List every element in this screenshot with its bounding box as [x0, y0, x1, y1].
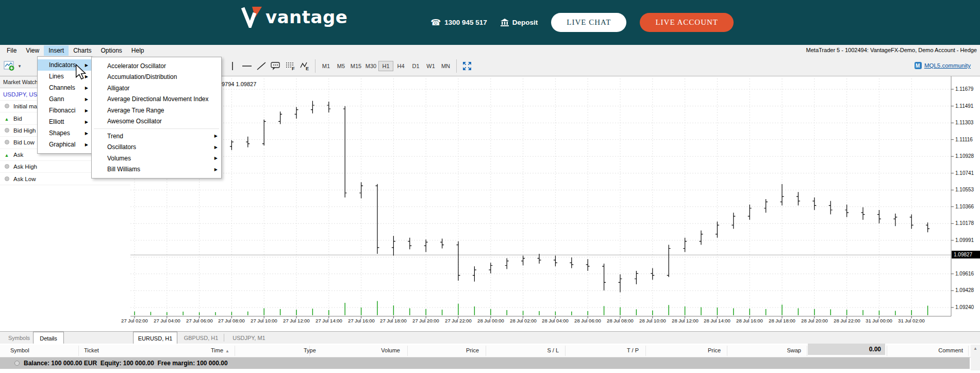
field-dot-icon [0, 164, 13, 170]
column-header-swap[interactable]: Swap [787, 347, 801, 353]
timeframe-w1-button[interactable]: W1 [423, 61, 438, 71]
trade-panel-scrollbar[interactable]: ▲ [971, 345, 980, 370]
menubar-item-insert[interactable]: Insert [44, 45, 69, 56]
insert-menu-item-gann[interactable]: Gann▶ [38, 93, 92, 105]
time-axis-label: 28 Jul 16:00 [736, 318, 763, 323]
column-separator [78, 346, 79, 356]
insert-menu-item-shapes[interactable]: Shapes▶ [38, 127, 92, 139]
menubar-item-options[interactable]: Options [96, 45, 127, 56]
timeframe-m1-button[interactable]: M1 [319, 61, 334, 71]
time-axis-label: 28 Jul 18:00 [769, 318, 795, 323]
insert-menu-item-fibonacci[interactable]: Fibonacci▶ [38, 105, 92, 116]
vertical-line-icon[interactable] [225, 60, 240, 72]
price-axis-label: 1.09428 [955, 287, 974, 293]
column-header-symbol[interactable]: Symbol [10, 347, 29, 353]
column-header-volume[interactable]: Volume [381, 347, 400, 353]
submenu-arrow-icon: ▶ [85, 131, 88, 136]
chart-tab-eurusd-h1[interactable]: EURUSD, H1 [133, 332, 177, 344]
deposit-link[interactable]: Deposit [501, 19, 538, 26]
market-watch-tab-details[interactable]: Details [33, 332, 64, 344]
insert-menu-item-channels[interactable]: Channels▶ [38, 82, 92, 93]
text-label-icon[interactable] [269, 60, 283, 72]
timeframe-mn-button[interactable]: MN [438, 61, 453, 71]
submenu-arrow-icon: ▶ [85, 120, 88, 124]
insert-menu-item-elliott[interactable]: Elliott▶ [38, 116, 92, 127]
market-watch-row-label: Bid High [13, 127, 36, 134]
indicator-menu-item-average-directional-movement-index[interactable]: Average Directional Movement Index [92, 94, 221, 105]
time-axis-label: 31 Jul 00:00 [866, 318, 892, 323]
chart-tab-gbpusd-h1[interactable]: GBPUSD, H1 [181, 332, 221, 344]
timeframe-h4-button[interactable]: H4 [393, 61, 408, 71]
timeframe-m5-button[interactable]: M5 [334, 61, 348, 71]
column-header-comment[interactable]: Comment [938, 347, 963, 353]
column-header-price-8[interactable]: Price [708, 347, 721, 353]
indicator-menu-item-accumulation-distribution[interactable]: Accumulation/Distribution [92, 72, 221, 83]
menubar-item-file[interactable]: File [2, 45, 21, 56]
mql5-icon: M [915, 62, 922, 69]
time-axis-label: 28 Jul 02:00 [510, 318, 537, 323]
timeframe-h1-button[interactable]: H1 [378, 61, 393, 71]
indicators-submenu: Accelerator OscillatorAccumulation/Distr… [91, 57, 222, 179]
price-axis-label: 1.09991 [955, 237, 974, 243]
indicator-menu-item-volumes[interactable]: Volumes▶ [92, 153, 221, 164]
svg-text:E: E [306, 66, 309, 71]
market-watch-tab-symbols[interactable]: Symbols [7, 332, 31, 344]
bottom-tab-strip: SymbolsDetails EURUSD, H1GBPUSD, H1USDJP… [0, 331, 980, 344]
indicator-menu-item-alligator[interactable]: Alligator [92, 83, 221, 94]
new-chart-caret-icon[interactable]: ▾ [16, 60, 23, 72]
trendline-icon[interactable] [254, 60, 269, 72]
indicator-menu-item-average-true-range[interactable]: Average True Range [92, 105, 221, 116]
mql5-community-link[interactable]: M MQL5.community [915, 62, 971, 69]
balance-row[interactable]: Balance: 100 000.00 EUR Equity: 100 000.… [0, 358, 970, 369]
time-axis-label: 28 Jul 14:00 [704, 318, 730, 323]
price-axis-label: 1.09616 [955, 271, 974, 277]
insert-menu-item-graphical[interactable]: Graphical▶ [38, 139, 92, 150]
timeframe-d1-button[interactable]: D1 [408, 61, 423, 71]
current-price-label: 1.09827 [952, 251, 980, 258]
column-separator [727, 346, 727, 356]
indicator-menu-item-oscillators[interactable]: Oscillators▶ [92, 142, 221, 153]
live-account-button[interactable]: LIVE ACCOUNT [640, 13, 734, 32]
price-chart[interactable] [130, 76, 980, 332]
live-chat-button[interactable]: LIVE CHAT [551, 13, 626, 32]
balance-bullet-icon [14, 361, 20, 366]
fullscreen-icon[interactable] [460, 60, 474, 72]
menubar-item-charts[interactable]: Charts [69, 45, 96, 56]
mouse-cursor [75, 64, 87, 79]
chart-window[interactable]: 9794 1.09827 1.116791.114911.113031.1111… [130, 76, 980, 332]
chart-tab-usdjpy-m1[interactable]: USDJPY, M1 [229, 332, 269, 344]
column-header-time[interactable]: Time▲ [211, 347, 229, 353]
menubar-item-help[interactable]: Help [127, 45, 149, 56]
elliott-icon[interactable]: E [297, 60, 312, 72]
indicator-menu-item-accelerator-oscillator[interactable]: Accelerator Oscillator [92, 60, 221, 72]
column-separator [968, 346, 969, 356]
metatrader-window: vantage ☎ 1300 945 517 Deposit LIVE CHAT… [0, 0, 980, 373]
phone-icon: ☎ [430, 18, 441, 27]
column-header-ticket[interactable]: Ticket [84, 347, 99, 353]
tab-separator [224, 334, 224, 342]
column-header-price-5[interactable]: Price [466, 347, 479, 353]
menubar-item-view[interactable]: View [21, 45, 44, 56]
indicator-menu-item-trend[interactable]: Trend▶ [92, 131, 221, 142]
time-axis-label: 28 Jul 20:00 [801, 318, 828, 323]
timeframe-m30-button[interactable]: M30 [363, 61, 378, 71]
trade-panel: SymbolTicketTime▲TypeVolumePriceS / LT /… [0, 344, 980, 373]
indicator-menu-item-bill-williams[interactable]: Bill Williams▶ [92, 164, 221, 175]
menu-separator [94, 128, 219, 129]
timeframe-m15-button[interactable]: M15 [348, 61, 363, 71]
phone-number: 1300 945 517 [444, 19, 487, 26]
phone-contact[interactable]: ☎ 1300 945 517 [430, 18, 487, 27]
menu-item-label: Trend [107, 133, 123, 140]
price-axis-label: 1.09240 [955, 304, 974, 310]
field-dot-icon [0, 176, 13, 182]
menu-item-label: Accelerator Oscillator [107, 62, 166, 70]
column-header-t-p[interactable]: T / P [627, 347, 639, 353]
fibonacci-icon[interactable]: F [283, 60, 297, 72]
column-header-s-l[interactable]: S / L [547, 347, 559, 353]
indicator-menu-item-awesome-oscillator[interactable]: Awesome Oscillator [92, 116, 221, 127]
new-chart-button[interactable] [3, 60, 15, 72]
vantage-logo-mark [240, 6, 262, 28]
price-axis-label: 1.11303 [955, 120, 973, 125]
horizontal-line-icon[interactable] [240, 60, 254, 72]
profit-value: 0.00 [807, 344, 886, 355]
